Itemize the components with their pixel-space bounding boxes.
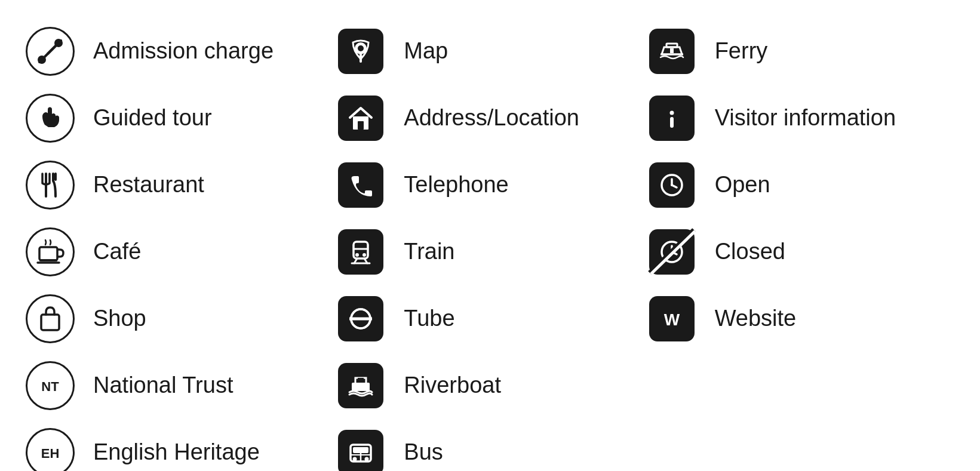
telephone-icon <box>334 159 387 211</box>
list-item: Open <box>646 152 956 218</box>
legend-grid: Admission charge Guided tour <box>24 18 956 471</box>
svg-rect-11 <box>41 315 59 330</box>
svg-point-32 <box>353 457 357 461</box>
restaurant-icon <box>24 159 76 211</box>
tube-label: Tube <box>404 305 454 333</box>
english-heritage-icon: EH <box>24 426 76 471</box>
ferry-label: Ferry <box>715 38 768 65</box>
train-label: Train <box>404 238 454 266</box>
closed-label: Closed <box>715 238 785 266</box>
visitor-info-label: Visitor information <box>715 104 896 132</box>
map-label: Map <box>404 38 448 65</box>
svg-text:NT: NT <box>41 379 59 394</box>
svg-rect-38 <box>670 48 674 53</box>
ferry-icon <box>646 25 698 78</box>
svg-rect-8 <box>39 247 57 260</box>
closed-icon <box>646 226 698 278</box>
svg-point-15 <box>358 45 364 51</box>
column-3: Ferry Visitor information <box>646 18 956 471</box>
list-item: Ferry <box>646 18 956 85</box>
svg-point-39 <box>669 111 674 115</box>
list-item: Admission charge <box>24 18 334 85</box>
national-trust-icon: NT <box>24 359 76 412</box>
svg-rect-40 <box>670 117 674 128</box>
svg-point-48 <box>671 251 673 253</box>
column-2: Map Address/Location <box>334 18 645 471</box>
svg-rect-17 <box>358 121 364 130</box>
list-item: Shop <box>24 285 334 352</box>
svg-rect-18 <box>354 242 368 258</box>
svg-text:EH: EH <box>41 446 60 461</box>
list-item: Bus <box>334 419 645 471</box>
shop-icon <box>24 293 76 345</box>
svg-rect-31 <box>353 447 368 453</box>
open-label: Open <box>715 171 770 199</box>
address-icon <box>334 92 387 144</box>
svg-point-33 <box>365 457 369 461</box>
guided-tour-icon <box>24 92 76 144</box>
svg-point-20 <box>362 253 366 257</box>
list-item: Guided tour <box>24 85 334 152</box>
list-item: Café <box>24 218 334 285</box>
restaurant-label: Restaurant <box>93 171 204 199</box>
cafe-label: Café <box>93 238 141 266</box>
cafe-icon <box>24 226 76 278</box>
list-item: W Website <box>646 285 956 352</box>
website-label: Website <box>715 305 797 333</box>
svg-point-19 <box>355 253 359 257</box>
svg-rect-28 <box>352 383 370 391</box>
column-1: Admission charge Guided tour <box>24 18 334 471</box>
svg-line-3 <box>48 41 61 54</box>
national-trust-label: National Trust <box>93 372 233 399</box>
shop-label: Shop <box>93 305 146 333</box>
svg-rect-36 <box>666 44 677 47</box>
list-item: Tube <box>334 285 645 352</box>
svg-point-1 <box>38 56 46 64</box>
english-heritage-label: English Heritage <box>93 439 260 466</box>
list-item: Closed <box>646 218 956 285</box>
list-item: Restaurant <box>24 152 334 218</box>
list-item: Map <box>334 18 645 85</box>
riverboat-icon <box>334 359 387 412</box>
svg-point-44 <box>671 184 673 186</box>
address-label: Address/Location <box>404 104 579 132</box>
train-icon <box>334 226 387 278</box>
list-item: Telephone <box>334 152 645 218</box>
website-icon: W <box>646 293 698 345</box>
bus-icon <box>334 426 387 471</box>
list-item: Riverboat <box>334 352 645 419</box>
map-icon <box>334 25 387 78</box>
telephone-label: Telephone <box>404 171 508 199</box>
guided-tour-label: Guided tour <box>93 104 212 132</box>
bus-label: Bus <box>404 439 443 466</box>
list-item: Address/Location <box>334 85 645 152</box>
admission-charge-icon <box>24 25 76 78</box>
list-item: Train <box>334 218 645 285</box>
list-item: Visitor information <box>646 85 956 152</box>
open-icon <box>646 159 698 211</box>
svg-rect-29 <box>358 378 364 383</box>
list-item: EH English Heritage <box>24 419 334 471</box>
svg-text:W: W <box>663 310 680 329</box>
riverboat-label: Riverboat <box>404 372 501 399</box>
admission-charge-label: Admission charge <box>93 38 274 65</box>
list-item: NT National Trust <box>24 352 334 419</box>
visitor-info-icon <box>646 92 698 144</box>
tube-icon <box>334 293 387 345</box>
